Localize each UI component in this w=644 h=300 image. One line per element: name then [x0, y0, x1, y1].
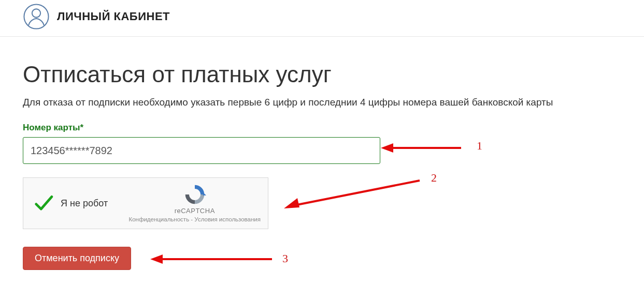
recaptcha-widget[interactable]: Я не робот reCAPTCHA Конфиденциальность …	[23, 177, 268, 229]
annotation-number-1: 1	[477, 139, 482, 153]
card-number-input[interactable]	[23, 137, 380, 164]
annotation-arrow-3	[150, 251, 275, 267]
annotation-arrow-1	[381, 140, 464, 156]
svg-point-1	[32, 9, 40, 17]
page-lead: Для отказа от подписки необходимо указат…	[23, 97, 621, 108]
header: ЛИЧНЫЙ КАБИНЕТ	[0, 0, 644, 37]
main-content: Отписаться от платных услуг Для отказа о…	[0, 37, 644, 286]
svg-marker-8	[150, 254, 163, 264]
svg-marker-6	[284, 198, 299, 208]
annotation-number-3: 3	[282, 252, 288, 265]
recaptcha-separator: -	[189, 216, 194, 222]
user-icon	[23, 3, 50, 30]
annotation-number-2: 2	[431, 171, 437, 185]
header-title: ЛИЧНЫЙ КАБИНЕТ	[57, 10, 170, 23]
card-number-label: Номер карты*	[23, 123, 621, 133]
recaptcha-privacy-link[interactable]: Конфиденциальность	[128, 216, 189, 222]
svg-marker-4	[381, 143, 393, 153]
recaptcha-icon	[183, 183, 206, 206]
annotation-arrow-2	[280, 176, 425, 213]
svg-line-5	[294, 181, 420, 205]
page-title: Отписаться от платных услуг	[23, 62, 621, 87]
svg-point-0	[24, 4, 48, 28]
recaptcha-brand-text: reCAPTCHA	[128, 207, 261, 216]
recaptcha-branding: reCAPTCHA Конфиденциальность - Условия и…	[128, 183, 261, 223]
recaptcha-terms-link[interactable]: Условия использования	[194, 216, 261, 222]
cancel-subscription-button[interactable]: Отменить подписку	[23, 247, 131, 270]
checkmark-icon	[34, 193, 53, 213]
recaptcha-label: Я не робот	[61, 198, 108, 209]
